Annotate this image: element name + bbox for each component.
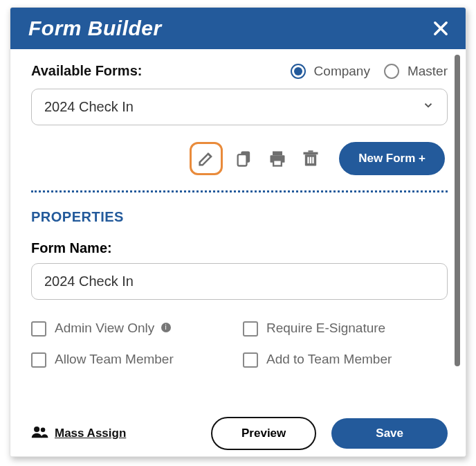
svg-rect-12: [310, 157, 311, 163]
svg-rect-9: [304, 152, 318, 155]
svg-rect-13: [312, 157, 313, 163]
checkbox-icon: [31, 352, 46, 368]
modal-body: Available Forms: Company Master 2024 Che…: [10, 49, 466, 418]
users-icon: [31, 425, 49, 442]
form-toolbar: New Form +: [31, 142, 448, 175]
check-label: Allow Team Member: [55, 352, 174, 367]
radio-master[interactable]: [384, 64, 399, 79]
check-admin-view-only[interactable]: Admin View Only i: [31, 321, 236, 337]
new-form-button[interactable]: New Form +: [339, 142, 445, 175]
available-forms-label: Available Forms:: [31, 63, 142, 79]
modal-footer: Mass Assign Preview Save: [10, 418, 466, 456]
properties-heading: PROPERTIES: [31, 209, 448, 225]
print-icon[interactable]: [266, 147, 289, 170]
svg-point-15: [41, 427, 46, 432]
available-forms-select[interactable]: 2024 Check In: [31, 89, 448, 125]
save-button[interactable]: Save: [331, 418, 448, 449]
radio-company[interactable]: [291, 64, 306, 79]
checkbox-icon: [243, 352, 258, 368]
svg-rect-11: [307, 157, 309, 163]
edit-button-highlight: [190, 142, 223, 175]
modal-title: Form Builder: [28, 17, 162, 40]
svg-rect-10: [309, 150, 313, 152]
modal-header: Form Builder: [10, 8, 466, 49]
svg-point-14: [34, 426, 39, 431]
check-label: Admin View Only i: [55, 321, 171, 336]
chevron-down-icon: [422, 99, 434, 115]
trash-icon[interactable]: [299, 147, 322, 170]
form-name-label: Form Name:: [31, 240, 448, 256]
svg-rect-7: [273, 160, 282, 165]
checkbox-icon: [31, 321, 46, 337]
available-forms-selected: 2024 Check In: [44, 99, 134, 115]
available-forms-row: Available Forms: Company Master: [31, 63, 448, 79]
properties-checkboxes: Admin View Only i Require E-Signature Al…: [31, 321, 448, 368]
close-icon[interactable]: [431, 19, 450, 38]
form-name-input[interactable]: [31, 263, 448, 300]
radio-company-label[interactable]: Company: [314, 64, 370, 79]
scrollbar[interactable]: [455, 55, 460, 366]
form-scope-radio-group: Company Master: [291, 64, 448, 79]
mass-assign-label: Mass Assign: [55, 427, 126, 440]
check-add-to-team-member[interactable]: Add to Team Member: [243, 352, 448, 368]
preview-button[interactable]: Preview: [211, 417, 316, 450]
check-require-esignature[interactable]: Require E-Signature: [243, 321, 448, 337]
edit-icon[interactable]: [196, 147, 217, 170]
check-label: Require E-Signature: [266, 321, 385, 336]
copy-icon[interactable]: [232, 147, 256, 170]
check-allow-team-member[interactable]: Allow Team Member: [31, 352, 236, 368]
section-divider: [31, 190, 448, 192]
svg-rect-4: [238, 154, 247, 165]
form-builder-modal: Form Builder Available Forms: Company Ma…: [10, 7, 466, 457]
svg-rect-5: [273, 152, 282, 156]
info-icon[interactable]: i: [161, 323, 171, 332]
checkbox-icon: [243, 321, 258, 337]
check-label: Add to Team Member: [266, 352, 392, 367]
mass-assign-link[interactable]: Mass Assign: [31, 425, 126, 442]
radio-master-label[interactable]: Master: [408, 64, 448, 79]
